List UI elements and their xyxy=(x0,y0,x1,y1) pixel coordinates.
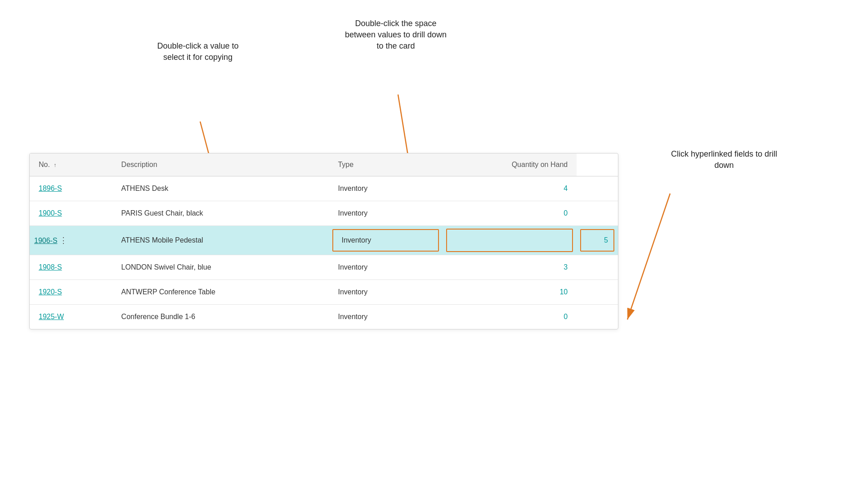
page-container: Double-click a value to select it for co… xyxy=(0,0,868,482)
desc-1908: LONDON Swivel Chair, blue xyxy=(121,263,211,271)
cell-qty: 3 xyxy=(443,255,577,280)
qty-1906: 5 xyxy=(604,236,608,244)
cell-desc: PARIS Guest Chair, black xyxy=(112,201,329,226)
qty-1900: 0 xyxy=(564,209,568,217)
cell-space-selected xyxy=(443,226,577,255)
callout-center: Double-click the space between values to… xyxy=(342,18,450,52)
col-header-description[interactable]: Description xyxy=(112,153,329,176)
inventory-table: No. ↑ Description Type Quantity on Hand xyxy=(30,153,618,329)
type-1900: Inventory xyxy=(338,209,367,217)
link-no-1920[interactable]: 1920-S xyxy=(39,288,62,296)
col-no-label: No. xyxy=(39,161,50,168)
col-qty-label: Quantity on Hand xyxy=(512,161,568,168)
cell-type-selected: Inventory xyxy=(329,226,442,255)
link-no-1900[interactable]: 1900-S xyxy=(39,209,62,217)
cell-desc-selected: ATHENS Mobile Pedestal xyxy=(112,226,329,255)
cell-no: 1900-S xyxy=(30,201,112,226)
type-1925: Inventory xyxy=(338,313,367,320)
cell-no-selected: 1906-S ⋮ xyxy=(30,226,112,255)
callout-left-text: Double-click a value to select it for co… xyxy=(157,41,238,62)
desc-1920: ANTWERP Conference Table xyxy=(121,288,215,296)
inventory-table-wrapper: No. ↑ Description Type Quantity on Hand xyxy=(29,153,618,329)
table-row: 1908-S LONDON Swivel Chair, blue Invento… xyxy=(30,255,618,280)
callout-center-text: Double-click the space between values to… xyxy=(345,19,447,50)
desc-1925: Conference Bundle 1-6 xyxy=(121,313,196,320)
cell-desc: ATHENS Desk xyxy=(112,176,329,201)
link-no-1908[interactable]: 1908-S xyxy=(39,263,62,271)
type-1920: Inventory xyxy=(338,288,367,296)
cell-type: Inventory xyxy=(329,255,442,280)
cell-no: 1925-W xyxy=(30,305,112,329)
table-header-row: No. ↑ Description Type Quantity on Hand xyxy=(30,153,618,176)
desc-1906: ATHENS Mobile Pedestal xyxy=(121,236,203,244)
cell-desc: LONDON Swivel Chair, blue xyxy=(112,255,329,280)
cell-type: Inventory xyxy=(329,305,442,329)
table-row: 1925-W Conference Bundle 1-6 Inventory 0 xyxy=(30,305,618,329)
col-header-no[interactable]: No. ↑ xyxy=(30,153,112,176)
col-desc-label: Description xyxy=(121,161,157,168)
qty-1908: 3 xyxy=(564,263,568,271)
cell-desc: ANTWERP Conference Table xyxy=(112,280,329,305)
col-type-label: Type xyxy=(338,161,353,168)
cell-qty: 0 xyxy=(443,201,577,226)
cell-qty: 4 xyxy=(443,176,577,201)
row-context-menu-icon[interactable]: ⋮ xyxy=(59,236,68,245)
col-header-type[interactable]: Type xyxy=(329,153,442,176)
type-1906: Inventory xyxy=(341,236,371,244)
link-no-1896[interactable]: 1896-S xyxy=(39,185,62,192)
link-no-1906[interactable]: 1906-S xyxy=(34,237,58,244)
cell-no: 1908-S xyxy=(30,255,112,280)
table-row-selected: 1906-S ⋮ ATHENS Mobile Pedestal Inventor… xyxy=(30,226,618,255)
cell-qty: 10 xyxy=(443,280,577,305)
cell-no: 1896-S xyxy=(30,176,112,201)
space-outlined-box[interactable] xyxy=(446,229,573,252)
desc-1900: PARIS Guest Chair, black xyxy=(121,209,203,217)
cell-type: Inventory xyxy=(329,201,442,226)
type-1896: Inventory xyxy=(338,185,367,192)
cell-qty-selected: 5 xyxy=(577,226,618,255)
callout-right: Click hyperlinked fields to drill down xyxy=(670,149,778,171)
table-row: 1920-S ANTWERP Conference Table Inventor… xyxy=(30,280,618,305)
callout-right-text: Click hyperlinked fields to drill down xyxy=(671,149,777,170)
qty-1925: 0 xyxy=(564,313,568,320)
qty-1896: 4 xyxy=(564,185,568,192)
type-1908: Inventory xyxy=(338,263,367,271)
type-outlined-box[interactable]: Inventory xyxy=(332,229,438,252)
cell-type: Inventory xyxy=(329,280,442,305)
qty-outlined-box[interactable]: 5 xyxy=(580,229,614,252)
cell-type: Inventory xyxy=(329,176,442,201)
cell-no: 1920-S xyxy=(30,280,112,305)
col-no-sort-icon[interactable]: ↑ xyxy=(54,162,56,168)
table-row: 1900-S PARIS Guest Chair, black Inventor… xyxy=(30,201,618,226)
cell-desc: Conference Bundle 1-6 xyxy=(112,305,329,329)
cell-qty: 0 xyxy=(443,305,577,329)
col-header-qty[interactable]: Quantity on Hand xyxy=(443,153,577,176)
callout-left: Double-click a value to select it for co… xyxy=(148,41,247,63)
link-no-1925[interactable]: 1925-W xyxy=(39,313,64,320)
table-row: 1896-S ATHENS Desk Inventory 4 xyxy=(30,176,618,201)
svg-line-3 xyxy=(627,194,670,320)
desc-1896: ATHENS Desk xyxy=(121,185,169,192)
qty-1920: 10 xyxy=(559,288,568,296)
